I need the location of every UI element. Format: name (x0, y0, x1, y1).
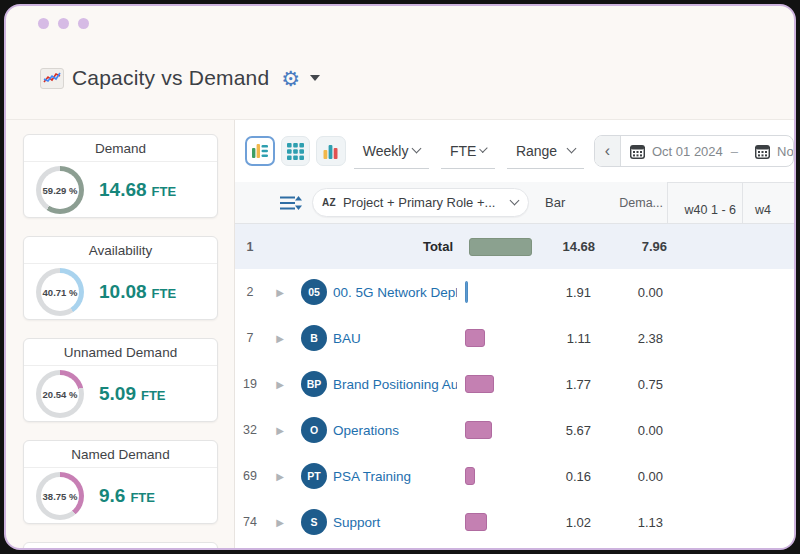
settings-gear-icon[interactable]: ⚙ (281, 68, 300, 89)
project-badge: O (301, 417, 327, 443)
expand-arrow-icon[interactable]: ▶ (265, 425, 295, 436)
demand-bar (465, 375, 494, 393)
chevron-down-icon (411, 144, 421, 154)
page-title: Capacity vs Demand (72, 66, 269, 90)
w40-value: 1.13 (595, 515, 670, 530)
kpi-card-title: Named Demand (24, 441, 217, 468)
date-range-picker[interactable]: ‹ Oct 01 2024 – (594, 135, 794, 167)
row-number: 69 (235, 469, 265, 483)
app-window: Capacity vs Demand ⚙ Demand 59.29 % 14.6… (4, 4, 796, 550)
kpi-unit: FTE (152, 184, 177, 199)
calendar-icon (630, 144, 645, 159)
project-badge: 05 (301, 279, 327, 305)
kpi-unit: FTE (141, 388, 166, 403)
row-number: 19 (235, 377, 265, 391)
grid-panel: Weekly FTE Range ‹ (235, 120, 794, 548)
total-label: Total (333, 239, 461, 254)
demand-bar (465, 329, 485, 347)
total-w40-value: 7.96 (599, 239, 674, 254)
unnamed-demand-donut-chart: 20.54 % (36, 370, 84, 418)
kpi-card-title: Demand (24, 135, 217, 162)
w40-value: 0.00 (595, 423, 670, 438)
window-dot (78, 18, 89, 29)
project-badge: S (301, 509, 327, 535)
project-link[interactable]: Support (333, 515, 457, 530)
start-date[interactable]: Oct 01 2024 (652, 144, 723, 159)
donut-percent-label: 38.75 % (41, 477, 79, 515)
chevron-down-icon (567, 144, 577, 154)
unit-select-value: FTE (450, 143, 476, 159)
project-link[interactable]: 00. 5G Network Deployment (333, 285, 457, 300)
demand-bar (465, 421, 492, 439)
named-demand-donut-chart: 38.75 % (36, 472, 84, 520)
donut-percent-label: 59.29 % (41, 171, 79, 209)
project-badge: B (301, 325, 327, 351)
unit-select[interactable]: FTE (441, 143, 495, 169)
previous-period-button[interactable]: ‹ (595, 136, 621, 166)
total-demand-bar (469, 238, 532, 256)
table-view-button[interactable] (281, 136, 311, 166)
expand-arrow-icon[interactable]: ▶ (265, 517, 295, 528)
table-row: 2 ▶ 05 00. 5G Network Deployment 1.91 0.… (235, 269, 794, 315)
project-link[interactable]: PSA Training (333, 469, 457, 484)
demand-value: 1.02 (533, 515, 595, 530)
table-row: 32 ▶ O Operations 5.67 0.00 (235, 407, 794, 453)
grouping-select[interactable]: AZ Project + Primary Role +... (312, 188, 529, 217)
kpi-value: 5.09 (99, 383, 136, 405)
kpi-unit: FTE (152, 286, 177, 301)
project-link[interactable]: Brand Positioning Audit (333, 377, 457, 392)
expand-arrow-icon[interactable]: ▶ (265, 471, 295, 482)
project-link[interactable]: Operations (333, 423, 457, 438)
report-header: Capacity vs Demand ⚙ (40, 66, 320, 90)
donut-percent-label: 40.71 % (41, 273, 79, 311)
grid-toolbar: Weekly FTE Range ‹ (235, 120, 794, 182)
kpi-value: 10.08 (99, 281, 147, 303)
w40-value: 2.38 (595, 331, 670, 346)
project-link[interactable]: BAU (333, 331, 457, 346)
w40-value: 0.75 (595, 377, 670, 392)
expand-arrow-icon[interactable]: ▶ (265, 287, 295, 298)
demand-value: 1.91 (533, 285, 595, 300)
chart-table-view-button[interactable] (245, 136, 275, 166)
bar-chart-view-icon (322, 143, 339, 160)
expand-arrow-icon[interactable]: ▶ (265, 333, 295, 344)
kpi-unit: FTE (130, 490, 155, 505)
total-demand-value: 14.68 (537, 239, 599, 254)
window-controls (38, 18, 89, 29)
kpi-value: 9.6 (99, 485, 125, 507)
period-select-value: Weekly (363, 143, 409, 159)
table-row: 7 ▶ B BAU 1.11 2.38 (235, 315, 794, 361)
header-caret-down-icon[interactable] (310, 75, 320, 81)
expand-arrow-icon[interactable]: ▶ (265, 379, 295, 390)
chart-table-view-icon (251, 142, 269, 160)
sort-az-icon: AZ (322, 197, 336, 208)
range-select[interactable]: Range (507, 143, 584, 169)
demand-value: 1.11 (533, 331, 595, 346)
kpi-card-title: Unnamed Demand (24, 339, 217, 366)
end-date[interactable]: Nov (777, 144, 794, 159)
table-row: 74 ▶ S Support 1.02 1.13 (235, 499, 794, 545)
demand-donut-chart: 59.29 % (36, 166, 84, 214)
column-header-demand[interactable]: Dema... (605, 182, 667, 223)
reorder-sort-icon[interactable] (280, 195, 302, 211)
kpi-sidebar: Demand 59.29 % 14.68 FTE Availability 40… (6, 120, 235, 548)
period-select[interactable]: Weekly (354, 143, 429, 169)
w40-value: 0.00 (595, 285, 670, 300)
w40-value: 0.00 (595, 469, 670, 484)
availability-donut-chart: 40.71 % (36, 268, 84, 316)
kpi-card-demand: Demand 59.29 % 14.68 FTE (23, 134, 218, 218)
line-chart-icon (40, 68, 64, 89)
kpi-card-partial (23, 542, 218, 550)
content-area: Demand 59.29 % 14.68 FTE Availability 40… (6, 119, 794, 548)
demand-bar (465, 513, 487, 531)
demand-bar (465, 281, 468, 303)
project-badge: BP (301, 371, 327, 397)
table-row: 19 ▶ BP Brand Positioning Audit 1.77 0.7… (235, 361, 794, 407)
grid-header-row: AZ Project + Primary Role +... Bar Dema.… (235, 182, 794, 224)
bar-chart-view-button[interactable] (316, 136, 346, 166)
column-header-bar[interactable]: Bar (529, 182, 605, 223)
column-header-w41[interactable]: w4 (742, 182, 794, 223)
kpi-card-unnamed-demand: Unnamed Demand 20.54 % 5.09 FTE (23, 338, 218, 422)
row-number: 2 (235, 285, 265, 299)
column-header-w40[interactable]: w40 1 - 6 (667, 182, 742, 223)
